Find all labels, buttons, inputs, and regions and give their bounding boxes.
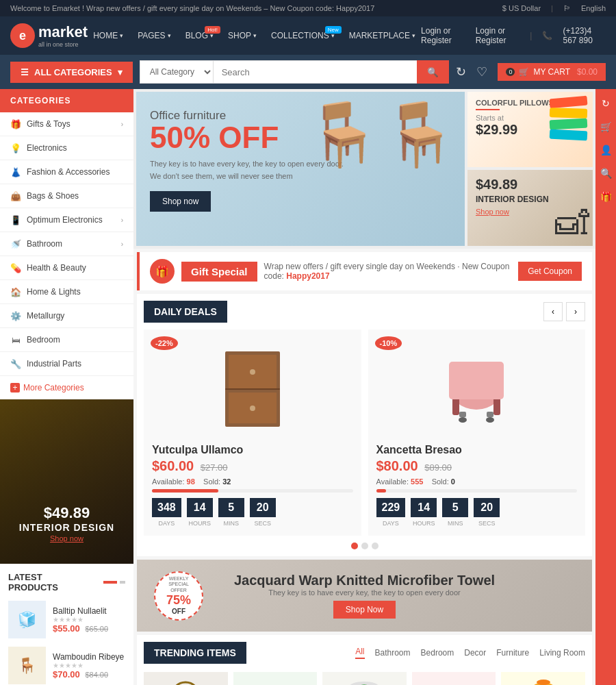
side-banners: COLORFUL PILLOWS Starts at $29.99 $49. xyxy=(467,92,593,246)
trending-card-5[interactable] xyxy=(501,672,585,685)
dot-2[interactable] xyxy=(361,543,368,549)
nav-pages[interactable]: PAGES ▾ xyxy=(132,27,176,44)
right-icon-gift[interactable]: 🎁 xyxy=(600,188,612,206)
category-select[interactable]: All Category xyxy=(140,60,213,84)
svg-point-31 xyxy=(537,680,550,685)
login-text[interactable]: Login or Register xyxy=(476,26,520,45)
nav-marketplace[interactable]: MARKETPLACE ▾ xyxy=(344,27,421,44)
pink-chair-svg xyxy=(439,345,514,434)
dot-1[interactable] xyxy=(351,543,358,549)
get-coupon-button[interactable]: Get Coupon xyxy=(518,262,582,281)
vase-svg xyxy=(523,679,564,685)
deal-image-1 xyxy=(152,338,353,440)
top-bar: Welcome to Emarket ! Wrap new offers / g… xyxy=(0,0,616,16)
search-wrapper: All Category 🔍 xyxy=(140,60,450,84)
menu-icon: ☰ xyxy=(21,67,29,77)
sidebar-banner-link[interactable]: Shop now xyxy=(50,534,84,543)
sidebar-interior-banner[interactable]: $49.89 INTERIOR DESIGN Shop now xyxy=(0,399,133,564)
search-icon: 🔍 xyxy=(427,67,439,77)
banner-off: OFF xyxy=(172,608,185,615)
tab-furniture[interactable]: Furniture xyxy=(496,648,529,658)
right-icon-user[interactable]: 👤 xyxy=(600,141,612,159)
center-content: Office furniture 50% OFF They key is to … xyxy=(133,89,595,685)
nav-shop[interactable]: SHOP ▾ xyxy=(222,27,262,44)
plus-icon: + xyxy=(10,383,20,393)
nav-blog[interactable]: BLOG ▾Hot! xyxy=(180,27,219,44)
header-icons: ↻ ♡ 0 🛒 MY CART $0.00 xyxy=(456,63,606,81)
arrow-icon: › xyxy=(121,216,123,224)
refresh-button[interactable]: ↻ xyxy=(456,64,466,79)
flag-icon: 🏳 xyxy=(563,4,571,12)
tab-bedroom[interactable]: Bedroom xyxy=(421,648,454,658)
sidebar-item-metallurgy[interactable]: ⚙️Metallurgy xyxy=(0,304,133,328)
dot-3[interactable] xyxy=(372,543,378,549)
sidebar-banner-content: $49.89 INTERIOR DESIGN Shop now xyxy=(19,504,114,543)
hero-banner[interactable]: Office furniture 50% OFF They key is to … xyxy=(136,92,465,246)
deal-card-1[interactable]: -22% Yutculpa Ullamco xyxy=(144,329,361,536)
tab-living-room[interactable]: Living Room xyxy=(539,648,585,658)
interior-link[interactable]: Shop now xyxy=(476,208,509,216)
plant-stand-svg xyxy=(340,679,388,685)
svg-rect-10 xyxy=(459,412,466,417)
deals-grid: -22% Yutculpa Ullamco xyxy=(144,329,585,536)
sidebar-item-electronics[interactable]: 💡Electronics xyxy=(0,136,133,160)
list-item[interactable]: 🧊 Balltip Nullaelit ★★★★★ $55.00 $65.00 xyxy=(8,601,125,638)
cart-button[interactable]: 0 🛒 MY CART $0.00 xyxy=(498,63,606,81)
right-icon-refresh[interactable]: ↻ xyxy=(602,95,610,112)
login-link[interactable]: Login or Register xyxy=(421,26,465,45)
trending-card-1[interactable] xyxy=(144,672,228,685)
sidebar-item-bags[interactable]: 👜Bags & Shoes xyxy=(0,184,133,208)
gift-icon: 🎁 xyxy=(155,265,169,278)
next-arrow-button[interactable]: › xyxy=(566,302,585,321)
latest-products-header: LATEST PRODUCTS xyxy=(8,572,125,593)
search-button[interactable]: 🔍 xyxy=(417,60,449,84)
search-input[interactable] xyxy=(213,60,418,84)
sidebar-item-bedroom[interactable]: 🛏Bedroom xyxy=(0,328,133,352)
sidebar-item-optimum[interactable]: 📱Optimum Electronics › xyxy=(0,208,133,232)
armchair-svg xyxy=(423,679,485,685)
svg-rect-11 xyxy=(487,412,493,417)
sidebar-item-fashion[interactable]: 👗Fashion & Accessories xyxy=(0,160,133,184)
interior-price: $49.89 xyxy=(476,177,585,192)
trending-card-4[interactable] xyxy=(412,672,496,685)
more-categories-button[interactable]: + More Categories xyxy=(0,376,133,399)
wishlist-button[interactable]: ♡ xyxy=(476,64,487,79)
deal-card-2[interactable]: -10% xyxy=(368,329,586,536)
interior-banner[interactable]: $49.89 INTERIOR DESIGN Shop now 🛋 xyxy=(467,170,593,246)
deal-image-2 xyxy=(376,338,578,440)
cart-count: 0 xyxy=(506,68,515,76)
product-price: $55.00 xyxy=(53,623,80,634)
currency-selector[interactable]: $ US Dollar xyxy=(502,4,541,12)
sidebar-item-bathroom[interactable]: 🚿Bathroom › xyxy=(0,232,133,256)
trending-title: TRENDING ITEMS xyxy=(144,642,246,664)
collections-badge: New xyxy=(325,26,342,34)
all-categories-button[interactable]: ☰ ALL CATEGORIES ▾ xyxy=(10,62,133,83)
big-banner[interactable]: WEEKLYSPECIALOFFER 75% OFF Jacquard Warp… xyxy=(137,560,592,632)
right-icon-cart[interactable]: 🛒 xyxy=(600,118,612,136)
sidebar-item-industrial[interactable]: 🔧Industrial Parts xyxy=(0,352,133,376)
countdown-mins-1: 5 MINS xyxy=(218,498,244,527)
sidebar-item-health[interactable]: 💊Health & Beauty xyxy=(0,256,133,280)
hero-shop-button[interactable]: Shop now xyxy=(150,191,211,212)
language-selector[interactable]: English xyxy=(581,4,606,12)
pillows-banner[interactable]: COLORFUL PILLOWS Starts at $29.99 xyxy=(467,92,593,167)
trending-card-2[interactable] xyxy=(233,672,318,685)
svg-point-4 xyxy=(250,369,255,375)
right-icon-search[interactable]: 🔍 xyxy=(600,164,612,182)
nav-arrows: ‹ › xyxy=(543,302,585,321)
tab-bathroom[interactable]: Bathroom xyxy=(375,648,411,658)
prev-arrow-button[interactable]: ‹ xyxy=(543,302,563,321)
progress-bar-2 xyxy=(376,489,578,493)
nav-collections[interactable]: COLLECTIONS ▾New xyxy=(266,27,340,44)
trending-card-3[interactable] xyxy=(322,672,407,685)
list-item[interactable]: 🪑 Wamboudin Ribeye ★★★★★ $70.00 $84.00 xyxy=(8,647,125,684)
product-mini-info: Balltip Nullaelit ★★★★★ $55.00 $65.00 xyxy=(53,606,108,634)
sidebar-item-gifts[interactable]: 🎁Gifts & Toys › xyxy=(0,112,133,136)
sidebar-item-home[interactable]: 🏠Home & Lights xyxy=(0,280,133,304)
banner-shop-button[interactable]: Shop Now xyxy=(333,601,396,619)
hotline-icon: 📞 xyxy=(542,31,552,40)
tab-all[interactable]: All xyxy=(355,647,364,659)
banner-badge-label: WEEKLYSPECIALOFFER xyxy=(168,576,189,593)
nav-home[interactable]: HOME ▾ xyxy=(88,27,129,44)
tab-decor[interactable]: Decor xyxy=(464,648,486,658)
